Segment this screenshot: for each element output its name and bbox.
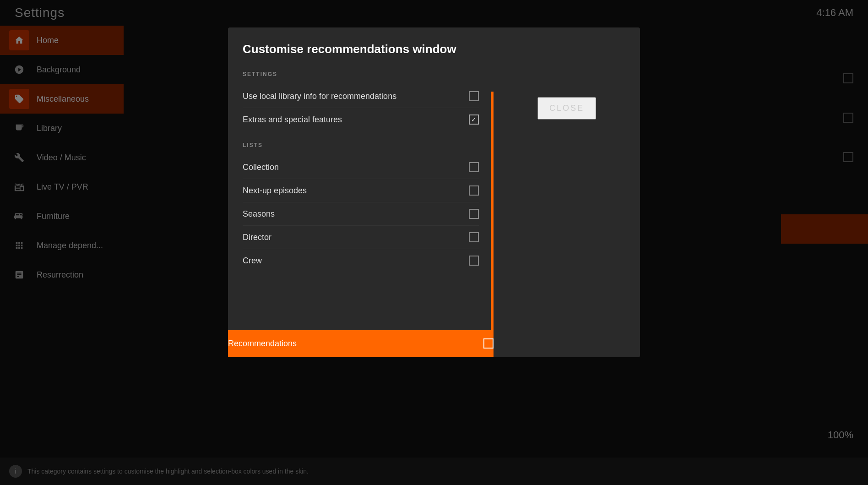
list-item-crew[interactable]: Crew	[243, 249, 479, 272]
modal-left-panel: Customise recommendations window SETTING…	[228, 27, 494, 357]
modal-dialog: Customise recommendations window SETTING…	[228, 27, 640, 357]
local-library-checkbox[interactable]	[469, 91, 479, 101]
seasons-label: Seasons	[243, 209, 275, 219]
settings-background: Settings 4:16 AM Home Background	[0, 0, 868, 485]
close-button[interactable]: CLOSE	[537, 97, 596, 120]
next-up-label: Next-up episodes	[243, 186, 307, 196]
recommendations-label: Recommendations	[228, 339, 297, 349]
director-checkbox[interactable]	[469, 232, 479, 242]
next-up-checkbox[interactable]	[469, 185, 479, 196]
list-item-recommendations[interactable]: Recommendations	[228, 330, 494, 357]
lists-section-label: LISTS	[243, 142, 479, 148]
list-item-director[interactable]: Director	[243, 226, 479, 249]
scrollbar-indicator	[491, 92, 494, 330]
list-item-seasons[interactable]: Seasons	[243, 202, 479, 226]
extras-checkbox[interactable]	[469, 114, 479, 125]
crew-label: Crew	[243, 256, 262, 266]
settings-section: SETTINGS Use local library info for reco…	[243, 71, 479, 131]
list-item-collection[interactable]: Collection	[243, 156, 479, 179]
collection-label: Collection	[243, 163, 279, 172]
director-label: Director	[243, 233, 271, 242]
modal-right-panel: CLOSE	[494, 27, 640, 357]
lists-section: LISTS Collection Next-up episodes Season…	[243, 142, 479, 272]
settings-section-label: SETTINGS	[243, 71, 479, 77]
crew-checkbox[interactable]	[469, 256, 479, 266]
settings-item-local-library[interactable]: Use local library info for recommendatio…	[243, 85, 479, 108]
modal-overlay: Customise recommendations window SETTING…	[0, 0, 868, 485]
list-item-next-up[interactable]: Next-up episodes	[243, 179, 479, 202]
seasons-checkbox[interactable]	[469, 209, 479, 219]
local-library-label: Use local library info for recommendatio…	[243, 92, 396, 101]
extras-label: Extras and special features	[243, 115, 342, 125]
settings-item-extras[interactable]: Extras and special features	[243, 108, 479, 131]
modal-title: Customise recommendations window	[243, 42, 479, 56]
collection-checkbox[interactable]	[469, 162, 479, 172]
recommendations-checkbox[interactable]	[483, 338, 494, 349]
